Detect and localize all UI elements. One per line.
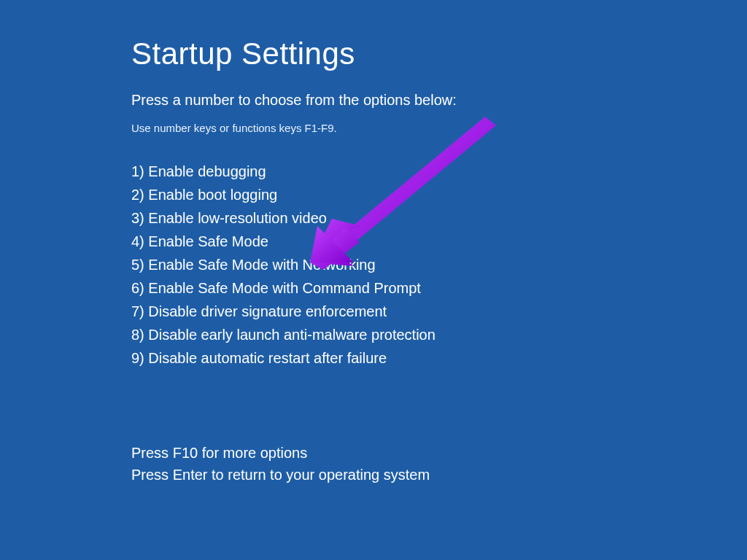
hint-text: Use number keys or functions keys F1-F9. (131, 122, 747, 134)
option-5[interactable]: 5) Enable Safe Mode with Networking (131, 254, 747, 276)
page-title: Startup Settings (131, 36, 747, 71)
option-4[interactable]: 4) Enable Safe Mode (131, 230, 747, 252)
subtitle: Press a number to choose from the option… (131, 92, 747, 109)
options-list: 1) Enable debugging 2) Enable boot loggi… (131, 160, 747, 369)
option-2[interactable]: 2) Enable boot logging (131, 184, 747, 206)
option-8[interactable]: 8) Disable early launch anti-malware pro… (131, 324, 747, 346)
option-6[interactable]: 6) Enable Safe Mode with Command Prompt (131, 277, 747, 299)
option-1[interactable]: 1) Enable debugging (131, 160, 747, 182)
option-7[interactable]: 7) Disable driver signature enforcement (131, 300, 747, 322)
option-3[interactable]: 3) Enable low-resolution video (131, 207, 747, 229)
startup-settings-screen: Startup Settings Press a number to choos… (0, 0, 747, 486)
footer-more-options: Press F10 for more options (131, 442, 747, 464)
option-9[interactable]: 9) Disable automatic restart after failu… (131, 347, 747, 369)
footer-return: Press Enter to return to your operating … (131, 464, 747, 486)
